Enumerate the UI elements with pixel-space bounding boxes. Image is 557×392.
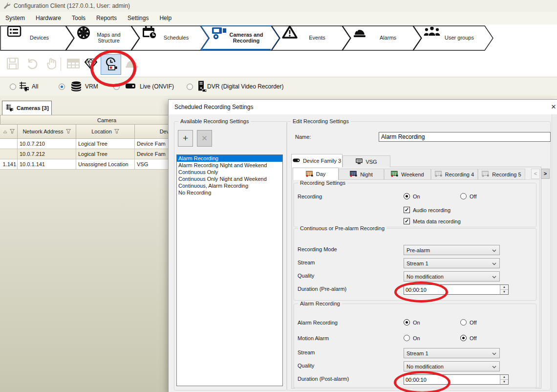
cell-network-address: 10.0.7.212 bbox=[18, 149, 76, 159]
tab-scroll-right-button[interactable]: > bbox=[541, 169, 550, 179]
tab-cameras[interactable]: Cameras [3] bbox=[2, 101, 52, 115]
filter-funnel-icon[interactable] bbox=[10, 129, 15, 134]
tab-vsg[interactable]: VSG bbox=[343, 155, 390, 167]
dialog-titlebar: Scheduled Recording Settings bbox=[169, 100, 557, 114]
duration-postalarm-input[interactable] bbox=[404, 375, 500, 384]
list-item[interactable]: No Recording bbox=[177, 189, 282, 196]
nav-tab-schedules[interactable]: Schedules bbox=[131, 25, 210, 51]
cameras-tab-icon bbox=[5, 104, 14, 113]
cell-location: Logical Tree bbox=[76, 149, 135, 159]
radio-dvr[interactable] bbox=[187, 84, 193, 90]
motion-alarm-off-radio[interactable] bbox=[460, 335, 467, 341]
recording-off-radio[interactable] bbox=[460, 193, 467, 199]
night-calendar-icon bbox=[350, 171, 357, 178]
recording-on-label: On bbox=[413, 194, 420, 199]
wrench-icon bbox=[3, 2, 10, 10]
delete-setting-button[interactable]: ✕ bbox=[197, 130, 212, 147]
recording-mode-select[interactable]: Pre-alarm bbox=[404, 245, 500, 255]
diamond-icon[interactable] bbox=[84, 58, 98, 71]
quality-label: Quality bbox=[298, 273, 314, 279]
tab-recording-4[interactable]: Recording 4 bbox=[431, 169, 478, 180]
chevron-down-icon bbox=[492, 274, 496, 280]
nav-label-events: Events bbox=[309, 35, 325, 41]
list-item[interactable]: Alarm Recording bbox=[177, 155, 282, 162]
nav-tab-user-groups[interactable]: User groups bbox=[413, 25, 494, 51]
list-item[interactable]: Continuous, Alarm Recording bbox=[177, 182, 282, 189]
list-item[interactable]: Continuous Only Night and Weekend bbox=[177, 175, 282, 182]
table-icon[interactable] bbox=[66, 57, 80, 71]
list-item[interactable]: Continuous Only bbox=[177, 169, 282, 175]
radio-vrm[interactable] bbox=[59, 84, 65, 90]
radio-all[interactable] bbox=[10, 84, 16, 90]
column-header-location[interactable]: Location bbox=[76, 125, 135, 139]
meta-data-recording-label: Meta data recording bbox=[413, 218, 461, 224]
radio-live-onvif[interactable] bbox=[113, 84, 120, 90]
dialog-close-button[interactable]: ✕ bbox=[550, 103, 557, 111]
tab-device-family-3[interactable]: Device Family 3 bbox=[291, 154, 343, 167]
add-setting-button[interactable]: + bbox=[178, 130, 193, 147]
duration-prealarm-input[interactable] bbox=[404, 285, 500, 294]
audio-recording-checkbox[interactable]: ✓ bbox=[404, 207, 410, 213]
filter-funnel-icon[interactable] bbox=[114, 129, 119, 134]
menu-system[interactable]: System bbox=[0, 15, 30, 22]
quality-select[interactable]: No modification bbox=[404, 271, 500, 282]
alarm-recording-off-radio[interactable] bbox=[460, 319, 467, 326]
nav-tab-events[interactable]: Events bbox=[271, 25, 352, 51]
motion-alarm-on-radio[interactable] bbox=[404, 335, 410, 341]
alarm-stream-select[interactable]: Stream 1 bbox=[404, 348, 500, 358]
stream-select[interactable]: Stream 1 bbox=[404, 258, 500, 268]
column-header-name[interactable] bbox=[0, 125, 18, 139]
duration-postalarm-spinner[interactable]: ▲ ▼ bbox=[404, 374, 509, 385]
alarm-quality-select[interactable]: No modification bbox=[404, 361, 500, 371]
alarm-recording-on-radio[interactable] bbox=[404, 319, 410, 326]
dome-camera-icon[interactable] bbox=[125, 59, 139, 70]
cell-name bbox=[0, 139, 18, 149]
cell-name: 1.141 bbox=[0, 159, 18, 170]
cell-name bbox=[0, 149, 18, 159]
tab-day[interactable]: Day bbox=[293, 168, 339, 180]
list-item[interactable]: Alarm Recording Night and Weekend bbox=[177, 162, 282, 169]
vrm-icon bbox=[70, 80, 83, 94]
tab-recording-5[interactable]: Recording 5 bbox=[478, 169, 525, 180]
nav-tab-maps-structure[interactable]: Maps andStructure bbox=[65, 25, 141, 51]
meta-data-recording-checkbox[interactable]: ✓ bbox=[404, 218, 410, 224]
tab-label-night: Night bbox=[360, 172, 373, 177]
nav-label-cameras-recording: Cameras andRecording bbox=[229, 32, 263, 44]
name-label: Name: bbox=[295, 134, 311, 140]
spin-up-icon[interactable]: ▲ bbox=[500, 375, 508, 380]
cell-network-address: 10.0.1.141 bbox=[18, 159, 76, 170]
device-filter-row: All VRM Live (ONVIF) DVR (Digital Video … bbox=[0, 77, 557, 96]
bullet-camera-icon bbox=[293, 158, 300, 164]
column-header-network-address[interactable]: Network Address bbox=[18, 125, 76, 139]
undo-icon[interactable] bbox=[25, 57, 39, 71]
nav-tab-cameras-recording[interactable]: Cameras andRecording bbox=[200, 25, 281, 51]
menu-bar: System Hardware Tools Reports Settings H… bbox=[0, 12, 557, 24]
name-input[interactable] bbox=[379, 132, 551, 142]
hand-icon[interactable] bbox=[45, 57, 59, 71]
spin-down-icon[interactable]: ▼ bbox=[500, 380, 508, 384]
chevron-down-icon bbox=[492, 350, 496, 356]
dialog-scrollbar[interactable] bbox=[552, 114, 557, 392]
menu-help[interactable]: Help bbox=[154, 15, 177, 22]
column-label-location: Location bbox=[91, 129, 112, 134]
menu-tools[interactable]: Tools bbox=[66, 15, 91, 22]
filter-funnel-icon[interactable] bbox=[66, 129, 71, 134]
nav-tab-alarms[interactable]: Alarms bbox=[342, 25, 423, 51]
tab-weekend[interactable]: Weekend bbox=[384, 169, 431, 180]
menu-settings[interactable]: Settings bbox=[122, 15, 154, 22]
menu-reports[interactable]: Reports bbox=[91, 15, 122, 22]
tab-night[interactable]: Night bbox=[339, 169, 384, 180]
spin-down-icon[interactable]: ▼ bbox=[500, 290, 508, 294]
spin-up-icon[interactable]: ▲ bbox=[500, 285, 508, 290]
dialog-title: Scheduled Recording Settings bbox=[174, 104, 253, 110]
tab-scroll-left-button[interactable]: < bbox=[531, 169, 540, 179]
recording-on-radio[interactable] bbox=[404, 193, 410, 199]
menu-hardware[interactable]: Hardware bbox=[30, 15, 66, 22]
nav-tab-devices[interactable]: Devices bbox=[0, 25, 75, 51]
scheduled-recording-tool-button[interactable] bbox=[101, 54, 121, 75]
alarm-stream-label: Stream bbox=[298, 349, 315, 355]
duration-prealarm-spinner[interactable]: ▲ ▼ bbox=[404, 284, 509, 295]
save-icon[interactable] bbox=[6, 57, 20, 71]
continuous-prealarm-legend: Continuous or Pre-alarm Recording bbox=[298, 225, 386, 231]
alarm-quality-label: Quality bbox=[298, 363, 314, 369]
